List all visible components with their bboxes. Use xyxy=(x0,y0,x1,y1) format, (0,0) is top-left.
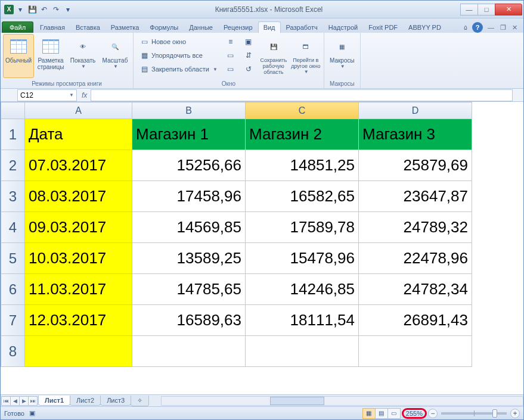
cell[interactable] xyxy=(359,336,472,367)
hide-button[interactable]: ▭ xyxy=(222,49,239,62)
cell[interactable]: 09.03.2017 xyxy=(25,212,132,243)
zoom-percentage[interactable]: 255% xyxy=(402,408,427,419)
fx-button[interactable]: fx xyxy=(78,91,91,99)
cell[interactable]: Магазин 1 xyxy=(132,119,246,150)
cell[interactable]: Магазин 2 xyxy=(246,119,359,150)
reset-position-button[interactable]: ↺ xyxy=(240,63,257,76)
row-header[interactable]: 1 xyxy=(1,119,25,150)
page-layout-button[interactable]: Разметка страницы xyxy=(35,34,66,78)
arrange-all-button[interactable]: ▦Упорядочить все xyxy=(136,49,221,62)
col-header-c[interactable]: C xyxy=(246,102,359,119)
cell[interactable]: 22478,96 xyxy=(359,243,472,274)
cell[interactable]: 08.03.2017 xyxy=(25,181,132,212)
save-icon[interactable]: 💾 xyxy=(27,4,38,15)
row-header[interactable]: 8 xyxy=(1,336,25,367)
workbook-minimize-icon[interactable]: — xyxy=(486,23,495,32)
cell[interactable]: 11.03.2017 xyxy=(25,274,132,305)
row-header[interactable]: 7 xyxy=(1,305,25,336)
scrollbar-thumb[interactable] xyxy=(270,397,324,405)
tab-file[interactable]: Файл xyxy=(2,21,33,33)
tab-last-icon[interactable]: ⏭ xyxy=(28,396,38,406)
cell[interactable]: 14569,85 xyxy=(132,212,246,243)
cell[interactable]: 10.03.2017 xyxy=(25,243,132,274)
tab-foxit[interactable]: Foxit PDF xyxy=(363,21,403,33)
ribbon-minimize-icon[interactable]: ۵ xyxy=(463,23,469,32)
cell[interactable] xyxy=(25,336,132,367)
unhide-button[interactable]: ▭ xyxy=(222,63,239,76)
horizontal-scrollbar[interactable] xyxy=(161,396,523,406)
cell[interactable]: 07.03.2017 xyxy=(25,150,132,181)
split-button[interactable]: ≡ xyxy=(222,35,239,48)
cell[interactable]: 24782,34 xyxy=(359,274,472,305)
cell[interactable]: 18111,54 xyxy=(246,305,359,336)
side-by-side-button[interactable]: ▣ xyxy=(240,35,257,48)
zoom-out-button[interactable]: − xyxy=(428,409,438,418)
col-header-a[interactable]: A xyxy=(25,102,132,119)
tab-layout[interactable]: Разметка xyxy=(106,21,145,33)
tab-insert[interactable]: Вставка xyxy=(70,21,106,33)
formula-input[interactable] xyxy=(91,89,513,101)
view-normal-icon[interactable]: ▦ xyxy=(362,408,376,419)
macro-record-icon[interactable]: ▣ xyxy=(29,409,35,417)
row-header[interactable]: 6 xyxy=(1,274,25,305)
zoom-button[interactable]: 🔍 Масштаб ▼ xyxy=(100,34,131,78)
cell[interactable]: 26891,43 xyxy=(359,305,472,336)
cell[interactable]: 12.03.2017 xyxy=(25,305,132,336)
namebox-dropdown-icon[interactable]: ▼ xyxy=(69,92,74,98)
cell[interactable]: 15478,96 xyxy=(246,243,359,274)
cell[interactable] xyxy=(132,336,246,367)
slider-knob[interactable] xyxy=(492,409,497,418)
qat-dropdown-icon[interactable]: ▾ xyxy=(15,4,26,15)
tab-next-icon[interactable]: ▶ xyxy=(19,396,29,406)
row-header[interactable]: 2 xyxy=(1,150,25,181)
cell[interactable]: 17458,96 xyxy=(132,181,246,212)
tab-formulas[interactable]: Формулы xyxy=(144,21,184,33)
col-header-d[interactable]: D xyxy=(359,102,472,119)
row-header[interactable]: 3 xyxy=(1,181,25,212)
workbook-restore-icon[interactable]: ❐ xyxy=(499,23,507,32)
maximize-button[interactable]: □ xyxy=(478,4,495,15)
row-header[interactable]: 4 xyxy=(1,212,25,243)
freeze-panes-button[interactable]: ▤Закрепить области▼ xyxy=(136,63,221,76)
cell[interactable]: 14785,65 xyxy=(132,274,246,305)
tab-review[interactable]: Рецензир xyxy=(218,21,258,33)
view-page-layout-icon[interactable]: ▤ xyxy=(375,408,388,419)
save-workspace-button[interactable]: 💾 Сохранить рабочую область xyxy=(258,34,289,78)
macros-button[interactable]: ▦ Макросы ▼ xyxy=(327,34,358,78)
new-window-button[interactable]: ▭Новое окно xyxy=(136,35,221,48)
switch-windows-button[interactable]: 🗔 Перейти в другое окно ▼ xyxy=(290,34,321,78)
cell[interactable]: 23647,87 xyxy=(359,181,472,212)
tab-addins[interactable]: Надстрой xyxy=(323,21,363,33)
sheet-tab[interactable]: Лист2 xyxy=(70,396,101,406)
tab-developer[interactable]: Разработч xyxy=(281,21,323,33)
spreadsheet-grid[interactable]: A B C D 1 Дата Магазин 1 Магазин 2 Магаз… xyxy=(1,102,472,367)
close-button[interactable]: ✕ xyxy=(495,4,522,15)
show-button[interactable]: 👁 Показать ▼ xyxy=(67,34,98,78)
undo-icon[interactable]: ↶ xyxy=(39,4,49,15)
sheet-tab-active[interactable]: Лист1 xyxy=(38,396,70,406)
new-sheet-button[interactable]: ✧ xyxy=(131,396,149,406)
tab-abbyy[interactable]: ABBYY PD xyxy=(403,21,447,33)
row-header[interactable]: 5 xyxy=(1,243,25,274)
cell[interactable]: 14851,25 xyxy=(246,150,359,181)
name-box[interactable]: C12 ▼ xyxy=(17,89,77,101)
redo-icon[interactable]: ↷ xyxy=(51,4,61,15)
cell[interactable]: 24789,32 xyxy=(359,212,472,243)
select-all-corner[interactable] xyxy=(1,102,25,119)
workbook-close-icon[interactable]: ✕ xyxy=(511,23,519,32)
help-icon[interactable]: ? xyxy=(472,22,483,33)
tab-data[interactable]: Данные xyxy=(184,21,218,33)
tab-first-icon[interactable]: ⏮ xyxy=(1,396,11,406)
sheet-tab[interactable]: Лист3 xyxy=(100,396,131,406)
cell[interactable] xyxy=(246,336,359,367)
cell[interactable]: 14246,85 xyxy=(246,274,359,305)
tab-prev-icon[interactable]: ◀ xyxy=(10,396,20,406)
col-header-b[interactable]: B xyxy=(132,102,246,119)
minimize-button[interactable]: — xyxy=(460,4,478,15)
tab-home[interactable]: Главная xyxy=(35,21,70,33)
zoom-slider[interactable] xyxy=(441,412,507,415)
cell[interactable]: 16589,63 xyxy=(132,305,246,336)
cell[interactable]: Дата xyxy=(25,119,132,150)
cell[interactable]: 17589,78 xyxy=(246,212,359,243)
sync-scroll-button[interactable]: ⇵ xyxy=(240,49,257,62)
